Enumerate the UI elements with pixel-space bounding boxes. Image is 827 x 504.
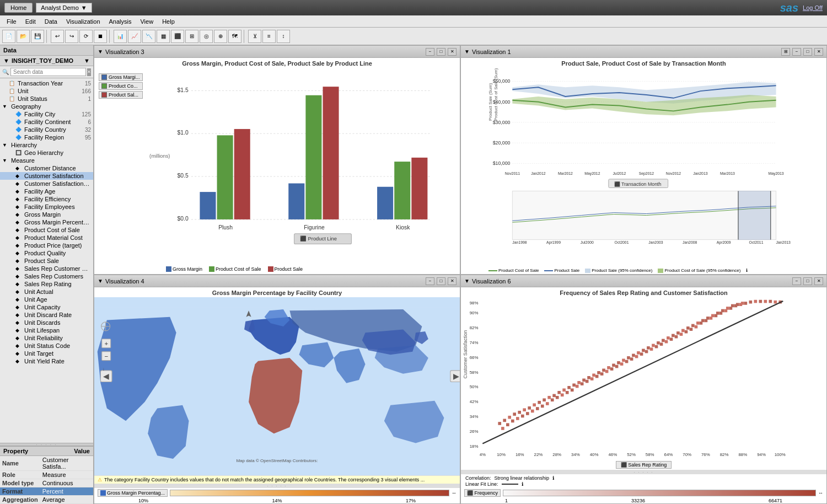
tree-item[interactable]: ◆Customer Satisfaction — [0, 172, 93, 180]
freq-label: Frequency — [475, 490, 498, 496]
viz6-close[interactable]: ✕ — [814, 277, 823, 285]
svg-rect-174 — [705, 319, 708, 323]
tb-save[interactable]: 💾 — [31, 30, 44, 43]
tb-open[interactable]: 📂 — [17, 30, 30, 43]
linear-fit-info-icon[interactable]: ℹ — [522, 481, 523, 487]
tree-item[interactable]: ◆Facility Age — [0, 187, 93, 195]
tree-item[interactable]: ◆Product Price (target) — [0, 242, 93, 249]
tree-item[interactable]: ◆Unit Target — [0, 350, 93, 357]
tree-item[interactable]: ◆Unit Discard Rate — [0, 311, 93, 319]
tb-chart5[interactable]: ⬛ — [171, 30, 184, 43]
viz4-range-expand[interactable]: ↔ — [452, 490, 457, 496]
tb-chart4[interactable]: ▦ — [157, 30, 170, 43]
menu-file[interactable]: File — [2, 17, 21, 26]
tb-rank[interactable]: ≡ — [262, 30, 276, 43]
tree-item[interactable]: ◆Unit Discards — [0, 319, 93, 326]
app-selector[interactable]: Analyst Demo ▼ — [36, 3, 92, 13]
tree-item[interactable]: 🔷Facility Continent6 — [0, 118, 93, 126]
tree-item[interactable]: ◆Product Material Cost — [0, 234, 93, 242]
viz1-grid[interactable]: ⊞ — [781, 48, 790, 56]
viz3-restore[interactable]: □ — [437, 48, 445, 56]
viz1-close[interactable]: ✕ — [814, 48, 823, 56]
tree-item[interactable]: 🔷Facility City125 — [0, 110, 93, 118]
tb-redo[interactable]: ↪ — [65, 30, 78, 43]
menu-help[interactable]: Help — [158, 17, 179, 26]
tb-sort[interactable]: ↕ — [277, 30, 290, 43]
viz3-minimize[interactable]: − — [426, 48, 434, 56]
viz3-close[interactable]: ✕ — [448, 48, 457, 56]
viz3-menu-icon[interactable]: ▼ — [98, 49, 103, 55]
menu-visualization[interactable]: Visualization — [62, 17, 105, 26]
tree-item[interactable]: ◆Unit Lifespan — [0, 326, 93, 334]
viz1-menu-icon[interactable]: ▼ — [464, 49, 470, 55]
tree-item[interactable]: ◆Product Quality — [0, 249, 93, 257]
logout-button[interactable]: Log Off — [803, 4, 823, 11]
search-input[interactable] — [10, 68, 86, 76]
info-icon-confidence[interactable]: ℹ — [746, 268, 748, 273]
tree-item[interactable]: ◆Unit Capacity — [0, 303, 93, 311]
tree-item[interactable]: ◆Product Sale — [0, 257, 93, 265]
datasource-arrow[interactable]: ▼ — [84, 57, 90, 64]
tree-item[interactable]: 🔲Geo Hierarchy — [0, 149, 93, 157]
tb-chart6[interactable]: ⊞ — [185, 30, 198, 43]
frequency-button[interactable]: ⬛ Frequency — [464, 489, 501, 497]
viz6-freq-expand[interactable]: ↔ — [818, 490, 823, 496]
menu-data[interactable]: Data — [40, 17, 62, 26]
tree-item[interactable]: 📋Transaction Year15 — [0, 79, 93, 87]
tree-item[interactable]: ▼Hierarchy — [0, 141, 93, 149]
viz6-restore[interactable]: □ — [803, 277, 812, 285]
tb-filter[interactable]: ⊻ — [248, 30, 261, 43]
tree-item[interactable]: ◆Gross Margin Percentage — [0, 218, 93, 226]
tree-item[interactable]: ◆Unit Yield Rate — [0, 357, 93, 365]
tb-chart7[interactable]: ◎ — [200, 30, 213, 43]
tree-item[interactable]: ◆Unit Status Code — [0, 342, 93, 350]
tree-item[interactable]: ▼Measure — [0, 157, 93, 164]
tree-item[interactable]: ◆Customer Distance — [0, 164, 93, 172]
tb-chart3[interactable]: 📉 — [142, 30, 155, 43]
viz4-map-container[interactable]: ◀ ▶ Map data © OpenStreetMap Contributor… — [94, 297, 460, 475]
tree-item[interactable]: 📋Unit166 — [0, 87, 93, 95]
tree-item[interactable]: ◆Customer Satisfaction (1) — [0, 180, 93, 187]
tree-item[interactable]: ◆Sales Rep Customers — [0, 272, 93, 280]
viz6-resize[interactable]: · · · · · — [461, 470, 826, 474]
tb-chart8[interactable]: ⊕ — [214, 30, 227, 43]
viz1-minimize[interactable]: − — [792, 48, 801, 56]
tb-stop[interactable]: ⏹ — [94, 30, 107, 43]
viz6-menu-icon[interactable]: ▼ — [464, 278, 470, 284]
tb-geo[interactable]: 🗺 — [228, 30, 241, 43]
tree-item[interactable]: 🔷Facility Country32 — [0, 126, 93, 133]
tree-item-label: Facility Age — [24, 188, 91, 195]
tb-chart1[interactable]: 📊 — [114, 30, 127, 43]
tb-new[interactable]: 📄 — [2, 30, 15, 43]
search-clear-button[interactable]: ✕ — [87, 68, 91, 76]
tree-item[interactable]: ◆Unit Actual — [0, 288, 93, 296]
menu-analysis[interactable]: Analysis — [105, 17, 136, 26]
tree-item[interactable]: 🔷Facility Region95 — [0, 133, 93, 141]
viz6-minimize[interactable]: − — [792, 277, 801, 285]
viz4-minimize[interactable]: − — [426, 277, 434, 285]
viz4-restore[interactable]: □ — [437, 277, 445, 285]
tree-item[interactable]: ◆Gross Margin — [0, 211, 93, 218]
viz4-gross-margin-btn[interactable]: Gross Margin Percentag... — [98, 489, 168, 497]
tree-item[interactable]: ◆Unit Reliability — [0, 334, 93, 342]
tb-refresh[interactable]: ⟳ — [79, 30, 93, 43]
sales-rep-rating-button[interactable]: ⬛ Sales Rep Rating — [616, 461, 672, 469]
menu-edit[interactable]: Edit — [21, 17, 40, 26]
tree-item[interactable]: ◆Sales Rep Rating — [0, 280, 93, 288]
tree-item[interactable]: ◆Facility Efficiency — [0, 195, 93, 203]
tree-item[interactable]: ◆Product Cost of Sale — [0, 226, 93, 234]
tb-undo[interactable]: ↩ — [51, 30, 64, 43]
tree-item[interactable]: ◆Facility Employees — [0, 203, 93, 211]
home-button[interactable]: Home — [4, 3, 33, 13]
menu-view[interactable]: View — [136, 17, 158, 26]
tree-item[interactable]: ▼Geography — [0, 103, 93, 110]
tree-item[interactable]: ◆Sales Rep Customer B... — [0, 265, 93, 272]
tree-item[interactable]: 📋Unit Status1 — [0, 95, 93, 103]
viz4-resize[interactable]: · · · · · — [94, 484, 460, 488]
correlation-info-icon[interactable]: ℹ — [552, 475, 554, 481]
viz1-restore[interactable]: □ — [803, 48, 812, 56]
viz4-menu-icon[interactable]: ▼ — [98, 278, 103, 284]
viz4-close[interactable]: ✕ — [448, 277, 457, 285]
tree-item[interactable]: ◆Unit Age — [0, 296, 93, 303]
tb-chart2[interactable]: 📈 — [128, 30, 141, 43]
